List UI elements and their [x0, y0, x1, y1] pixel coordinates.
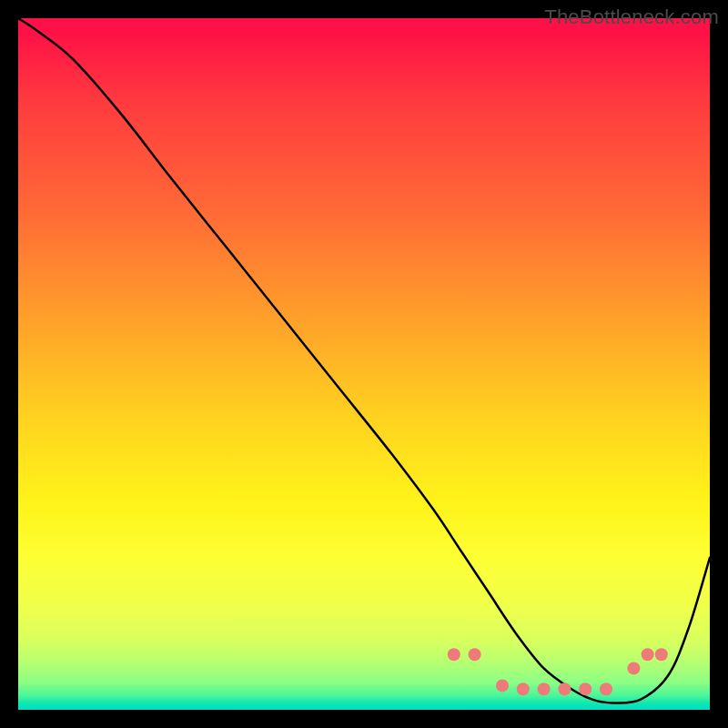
- curve-overlay: [18, 18, 710, 710]
- highlight-dot: [558, 682, 571, 695]
- highlight-dot: [600, 682, 612, 695]
- highlight-dot: [642, 648, 654, 661]
- bottleneck-curve: [18, 18, 710, 703]
- highlight-dot: [655, 648, 668, 661]
- highlight-dot: [517, 682, 530, 695]
- chart-canvas: TheBottleneck.com: [0, 0, 728, 728]
- highlight-dot: [538, 682, 551, 695]
- highlight-dot: [579, 682, 592, 695]
- highlight-dots-group: [448, 648, 668, 695]
- highlight-dot: [627, 662, 640, 674]
- plot-area: [18, 18, 710, 710]
- highlight-dot: [469, 648, 481, 661]
- highlight-dot: [448, 648, 460, 661]
- watermark-text: TheBottleneck.com: [544, 5, 719, 29]
- highlight-dot: [496, 679, 509, 692]
